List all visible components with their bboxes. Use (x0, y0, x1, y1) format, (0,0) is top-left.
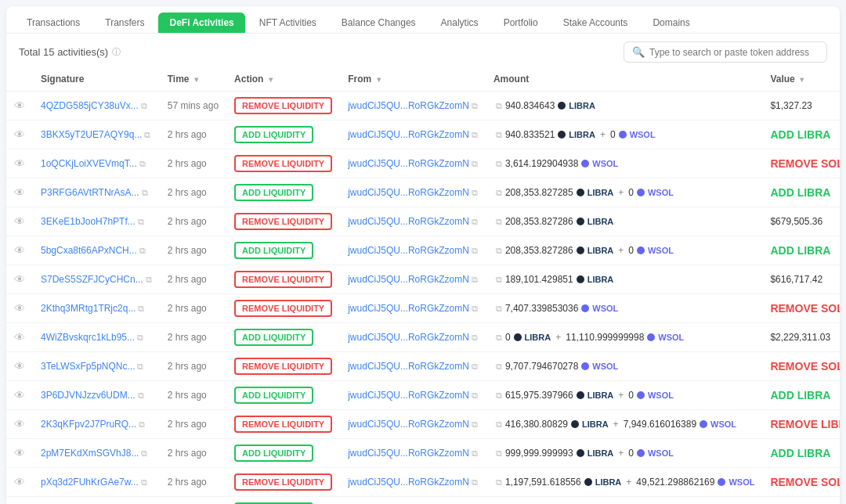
from-address[interactable]: jwudCiJ5QU...RoRGkZzomN (348, 245, 469, 256)
row-eye-icon[interactable]: 👁 (14, 128, 25, 141)
from-copy-icon[interactable]: ⧉ (472, 246, 478, 255)
signature-link[interactable]: S7DeS5SZFJCyCHCn... (41, 274, 143, 285)
row-eye-icon[interactable]: 👁 (14, 418, 25, 430)
amount-copy-icon[interactable]: ⧉ (496, 333, 502, 343)
from-copy-icon[interactable]: ⧉ (472, 391, 478, 400)
from-copy-icon[interactable]: ⧉ (472, 477, 478, 487)
action-badge: REMOVE LIQUIDITY (234, 155, 332, 172)
tab-domains[interactable]: Domains (642, 13, 700, 33)
copy-icon[interactable]: ⧉ (139, 419, 145, 429)
from-address[interactable]: jwudCiJ5QU...RoRGkZzomN (348, 129, 469, 140)
row-eye-icon[interactable]: 👁 (14, 215, 25, 228)
row-eye-icon[interactable]: 👁 (14, 331, 25, 344)
copy-icon[interactable]: ⧉ (146, 275, 152, 284)
signature-link[interactable]: 1oQCKjLoiXVEVmqT... (41, 158, 137, 169)
amount-copy-icon[interactable]: ⧉ (496, 246, 502, 256)
amount-copy-icon[interactable]: ⧉ (496, 391, 502, 401)
copy-icon[interactable]: ⧉ (137, 362, 143, 371)
tab-portfolio[interactable]: Portfolio (493, 13, 549, 33)
tab-transfers[interactable]: Transfers (94, 13, 155, 33)
amount-copy-icon[interactable]: ⧉ (496, 448, 502, 459)
copy-icon[interactable]: ⧉ (139, 246, 146, 255)
from-copy-icon[interactable]: ⧉ (472, 101, 478, 110)
row-eye-icon[interactable]: 👁 (14, 186, 25, 199)
tab-transactions[interactable]: Transactions (16, 13, 91, 33)
signature-link[interactable]: 3EKeE1bJooH7hPTf... (41, 216, 136, 227)
tab-stake[interactable]: Stake Accounts (552, 13, 639, 33)
from-filter-icon[interactable]: ▾ (377, 75, 381, 84)
search-input[interactable] (649, 47, 819, 58)
signature-link[interactable]: 3BKX5yT2UE7AQY9q... (41, 129, 142, 140)
amount-copy-icon[interactable]: ⧉ (496, 477, 502, 488)
from-address[interactable]: jwudCiJ5QU...RoRGkZzomN (348, 448, 469, 459)
signature-link[interactable]: P3RFG6AVtRTNrAsA... (41, 187, 139, 198)
action-filter-icon[interactable]: ▾ (269, 75, 273, 84)
row-eye-icon[interactable]: 👁 (14, 157, 25, 170)
from-address[interactable]: jwudCiJ5QU...RoRGkZzomN (348, 100, 469, 111)
from-copy-icon[interactable]: ⧉ (472, 333, 478, 342)
copy-icon[interactable]: ⧉ (142, 188, 148, 197)
row-eye-icon[interactable]: 👁 (14, 389, 25, 401)
from-copy-icon[interactable]: ⧉ (472, 362, 478, 371)
from-address[interactable]: jwudCiJ5QU...RoRGkZzomN (348, 419, 469, 430)
from-address[interactable]: jwudCiJ5QU...RoRGkZzomN (348, 187, 469, 198)
from-copy-icon[interactable]: ⧉ (472, 419, 478, 429)
from-address[interactable]: jwudCiJ5QU...RoRGkZzomN (348, 477, 469, 488)
from-address[interactable]: jwudCiJ5QU...RoRGkZzomN (348, 361, 469, 372)
amount-copy-icon[interactable]: ⧉ (496, 304, 502, 314)
info-icon[interactable]: ⓘ (112, 46, 121, 58)
from-address[interactable]: jwudCiJ5QU...RoRGkZzomN (348, 216, 469, 227)
signature-link[interactable]: 4QZDG585jCY38uVx... (41, 100, 139, 111)
signature-link[interactable]: 2K3qKFpv2J7PruRQ... (41, 419, 136, 430)
from-copy-icon[interactable]: ⧉ (472, 448, 478, 458)
copy-icon[interactable]: ⧉ (138, 217, 144, 226)
signature-link[interactable]: pXq3d2FUhKrGAe7w... (41, 477, 139, 488)
signature-link[interactable]: 2pM7EKdXmSGVhJ8... (41, 448, 139, 459)
amount-copy-icon[interactable]: ⧉ (496, 419, 502, 430)
copy-icon[interactable]: ⧉ (138, 304, 144, 313)
value-filter-icon[interactable]: ▾ (800, 75, 804, 84)
from-address[interactable]: jwudCiJ5QU...RoRGkZzomN (348, 303, 469, 314)
from-copy-icon[interactable]: ⧉ (472, 188, 478, 197)
row-eye-icon[interactable]: 👁 (14, 99, 25, 112)
row-eye-icon[interactable]: 👁 (14, 302, 25, 315)
tab-defi[interactable]: DeFi Activities (158, 13, 244, 33)
time-filter-icon[interactable]: ▾ (194, 75, 198, 84)
from-copy-icon[interactable]: ⧉ (472, 304, 478, 313)
from-copy-icon[interactable]: ⧉ (472, 275, 478, 284)
tab-balance[interactable]: Balance Changes (331, 13, 427, 33)
from-copy-icon[interactable]: ⧉ (472, 159, 478, 168)
row-eye-icon[interactable]: 👁 (14, 273, 25, 286)
from-copy-icon[interactable]: ⧉ (472, 217, 478, 226)
copy-icon[interactable]: ⧉ (144, 130, 150, 139)
signature-link[interactable]: 3TeLWSxFp5pNQNc... (41, 361, 135, 372)
amount-copy-icon[interactable]: ⧉ (496, 130, 502, 140)
from-address[interactable]: jwudCiJ5QU...RoRGkZzomN (348, 332, 469, 343)
copy-icon[interactable]: ⧉ (139, 159, 146, 168)
amount-copy-icon[interactable]: ⧉ (496, 188, 502, 198)
tab-nft[interactable]: NFT Activities (248, 13, 327, 33)
copy-icon[interactable]: ⧉ (141, 101, 147, 110)
row-eye-icon[interactable]: 👁 (14, 476, 25, 488)
amount-copy-icon[interactable]: ⧉ (496, 101, 502, 111)
signature-link[interactable]: 4WiZBvskqrc1kLb95... (41, 332, 135, 343)
row-eye-icon[interactable]: 👁 (14, 447, 25, 459)
signature-link[interactable]: 2Kthq3MRtg1TRjc2q... (41, 303, 136, 314)
amount-copy-icon[interactable]: ⧉ (496, 362, 502, 372)
from-address[interactable]: jwudCiJ5QU...RoRGkZzomN (348, 390, 469, 401)
copy-icon[interactable]: ⧉ (137, 333, 143, 342)
copy-icon[interactable]: ⧉ (138, 391, 144, 400)
amount-copy-icon[interactable]: ⧉ (496, 159, 502, 169)
tab-analytics[interactable]: Analytics (430, 13, 490, 33)
signature-link[interactable]: 5bgCxa8t66APxNCH... (41, 245, 137, 256)
from-copy-icon[interactable]: ⧉ (472, 130, 478, 139)
row-eye-icon[interactable]: 👁 (14, 244, 25, 257)
from-address[interactable]: jwudCiJ5QU...RoRGkZzomN (348, 158, 469, 169)
row-eye-icon[interactable]: 👁 (14, 360, 25, 373)
amount-copy-icon[interactable]: ⧉ (496, 217, 502, 227)
amount-copy-icon[interactable]: ⧉ (496, 275, 502, 285)
copy-icon[interactable]: ⧉ (141, 477, 147, 487)
copy-icon[interactable]: ⧉ (141, 448, 147, 458)
from-address[interactable]: jwudCiJ5QU...RoRGkZzomN (348, 274, 469, 285)
signature-link[interactable]: 3P6DJVNJzzv6UDM... (41, 390, 136, 401)
